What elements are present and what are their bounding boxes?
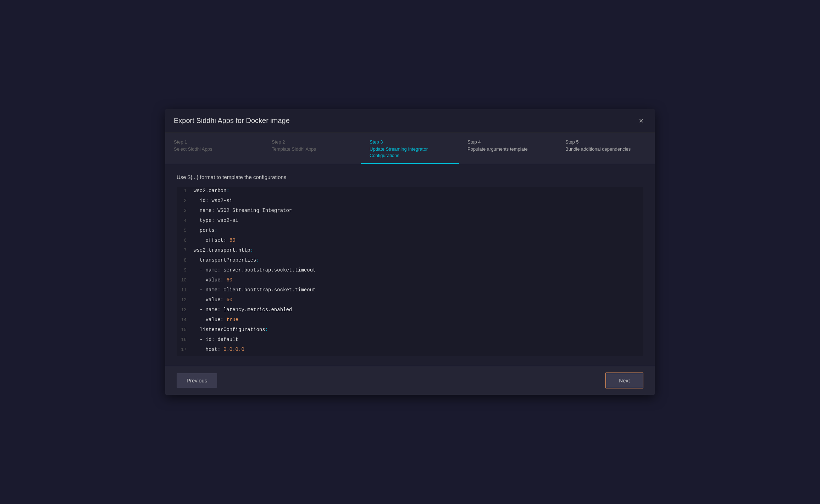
step-4-number: Step 4	[467, 139, 548, 145]
code-line: 2 id: wso2-si	[177, 197, 643, 207]
line-content: id: wso2-si	[194, 197, 232, 204]
step-1-label: Select Siddhi Apps	[174, 146, 255, 152]
step-3-number: Step 3	[370, 139, 450, 145]
line-content: listenerConfigurations:	[194, 326, 268, 333]
code-line: 12 value: 60	[177, 296, 643, 306]
line-content: wso2.carbon:	[194, 187, 229, 194]
code-line: 9 - name: server.bootstrap.socket.timeou…	[177, 267, 643, 276]
code-line: 10 value: 60	[177, 276, 643, 286]
code-line: 6 offset: 60	[177, 237, 643, 247]
code-line: 1wso2.carbon:	[177, 187, 643, 197]
line-content: - name: server.bootstrap.socket.timeout	[194, 267, 316, 274]
step-1-number: Step 1	[174, 139, 255, 145]
modal-header: Export Siddhi Apps for Docker image ×	[165, 109, 655, 133]
line-number: 12	[177, 297, 194, 303]
instruction-text: Use ${...} format to template the config…	[177, 174, 643, 180]
export-modal: Export Siddhi Apps for Docker image × St…	[165, 109, 655, 395]
line-number: 10	[177, 277, 194, 284]
step-5-number: Step 5	[565, 139, 646, 145]
line-content: name: WSO2 Streaming Integrator	[194, 207, 292, 214]
step-2-label: Template Siddhi Apps	[272, 146, 353, 152]
line-content: type: wso2-si	[194, 217, 238, 224]
line-content: value: true	[194, 316, 238, 323]
line-number: 2	[177, 197, 194, 204]
line-number: 6	[177, 237, 194, 244]
line-number: 8	[177, 257, 194, 264]
code-line: 14 value: true	[177, 316, 643, 326]
line-content: - name: client.bootstrap.socket.timeout	[194, 286, 316, 293]
line-content: value: 60	[194, 296, 232, 303]
previous-button[interactable]: Previous	[177, 373, 217, 388]
line-content: ports:	[194, 227, 217, 234]
modal-footer: Previous Next	[165, 366, 655, 395]
code-line: 4 type: wso2-si	[177, 217, 643, 227]
step-5-label: Bundle additional dependencies	[565, 146, 646, 152]
step-2-number: Step 2	[272, 139, 353, 145]
line-content: value: 60	[194, 276, 232, 284]
line-number: 7	[177, 247, 194, 254]
line-content: offset: 60	[194, 237, 236, 244]
steps-bar: Step 1 Select Siddhi Apps Step 2 Templat…	[165, 133, 655, 164]
code-line: 8 transportProperties:	[177, 257, 643, 267]
line-content: wso2.transport.http:	[194, 247, 253, 254]
line-number: 9	[177, 267, 194, 274]
line-content: - name: latency.metrics.enabled	[194, 306, 292, 313]
code-editor[interactable]: 1wso2.carbon:2 id: wso2-si3 name: WSO2 S…	[177, 187, 643, 356]
code-line: 17 host: 0.0.0.0	[177, 346, 643, 356]
line-number: 1	[177, 187, 194, 194]
code-line: 15 listenerConfigurations:	[177, 326, 643, 336]
code-line: 7wso2.transport.http:	[177, 247, 643, 257]
line-number: 16	[177, 336, 194, 343]
modal-body: Use ${...} format to template the config…	[165, 164, 655, 366]
step-2[interactable]: Step 2 Template Siddhi Apps	[263, 133, 361, 164]
step-5[interactable]: Step 5 Bundle additional dependencies	[557, 133, 655, 164]
line-number: 11	[177, 287, 194, 293]
modal-title: Export Siddhi Apps for Docker image	[174, 117, 290, 125]
line-number: 13	[177, 307, 194, 313]
line-number: 4	[177, 217, 194, 224]
close-button[interactable]: ×	[636, 116, 646, 126]
line-content: host: 0.0.0.0	[194, 346, 244, 353]
line-number: 14	[177, 317, 194, 323]
next-button[interactable]: Next	[605, 373, 643, 388]
line-content: - id: default	[194, 336, 238, 343]
code-line: 13 - name: latency.metrics.enabled	[177, 306, 643, 316]
line-number: 5	[177, 227, 194, 234]
step-4[interactable]: Step 4 Populate arguments template	[459, 133, 557, 164]
step-3-label: Update Streaming Integrator Configuratio…	[370, 146, 450, 159]
code-line: 11 - name: client.bootstrap.socket.timeo…	[177, 286, 643, 296]
line-number: 15	[177, 326, 194, 333]
line-content: transportProperties:	[194, 257, 259, 264]
code-line: 3 name: WSO2 Streaming Integrator	[177, 207, 643, 217]
code-line: 16 - id: default	[177, 336, 643, 346]
line-number: 3	[177, 207, 194, 214]
step-3[interactable]: Step 3 Update Streaming Integrator Confi…	[361, 133, 459, 164]
line-number: 17	[177, 346, 194, 353]
step-1[interactable]: Step 1 Select Siddhi Apps	[165, 133, 263, 164]
step-4-label: Populate arguments template	[467, 146, 548, 152]
code-line: 5 ports:	[177, 227, 643, 237]
